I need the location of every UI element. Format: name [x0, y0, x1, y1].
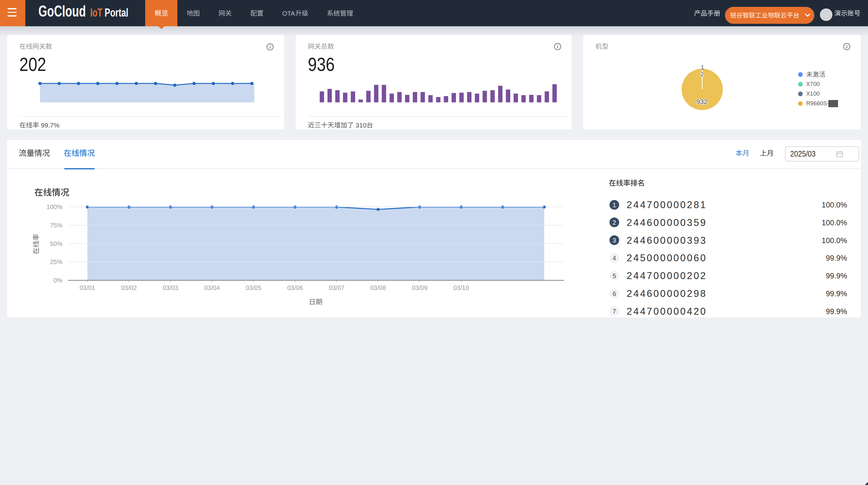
svg-text:99.9%: 99.9%	[826, 254, 847, 262]
svg-text:4: 4	[612, 254, 616, 261]
svg-text:99.9%: 99.9%	[826, 272, 847, 280]
svg-text:1: 1	[612, 201, 616, 208]
svg-text:03/08: 03/08	[370, 284, 386, 291]
svg-text:5: 5	[612, 272, 616, 279]
svg-text:100.0%: 100.0%	[822, 218, 847, 227]
svg-text:244700000420: 244700000420	[627, 306, 707, 317]
svg-text:03/05: 03/05	[246, 284, 261, 291]
svg-text:X100: X100	[806, 90, 819, 97]
svg-text:99.9%: 99.9%	[826, 307, 847, 315]
svg-text:03/01: 03/01	[80, 284, 95, 291]
svg-text:03/03: 03/03	[163, 284, 178, 291]
svg-text:2025/03: 2025/03	[790, 149, 815, 158]
svg-text:245000000060: 245000000060	[627, 253, 707, 263]
svg-text:0%: 0%	[53, 277, 62, 284]
svg-text:6: 6	[612, 290, 616, 297]
svg-text:7: 7	[612, 308, 616, 315]
svg-text:03/10: 03/10	[453, 284, 469, 291]
svg-text:03/04: 03/04	[204, 284, 220, 291]
svg-text:25%: 25%	[50, 258, 62, 265]
svg-text:2: 2	[612, 219, 616, 226]
svg-text:R9660S-: R9660S-	[806, 100, 829, 107]
svg-text:244700000202: 244700000202	[627, 270, 707, 281]
svg-text:03/09: 03/09	[412, 284, 428, 291]
svg-text:100%: 100%	[46, 203, 62, 210]
svg-text:244600000393: 244600000393	[627, 235, 707, 246]
svg-text:X700: X700	[806, 81, 819, 87]
svg-text:03/06: 03/06	[287, 284, 303, 291]
svg-text:03/07: 03/07	[329, 284, 344, 291]
svg-text:99.9%: 99.9%	[826, 289, 847, 298]
svg-text:50%: 50%	[50, 240, 62, 247]
svg-text:03/02: 03/02	[121, 284, 137, 291]
svg-text:244600000298: 244600000298	[627, 288, 707, 299]
svg-text:1: 1	[701, 64, 704, 70]
svg-text:932: 932	[696, 98, 708, 106]
svg-text:3: 3	[612, 237, 616, 244]
svg-text:2: 2	[701, 71, 704, 78]
svg-text:100.0%: 100.0%	[822, 236, 847, 245]
svg-text:244700000281: 244700000281	[627, 199, 707, 210]
svg-text:75%: 75%	[50, 222, 62, 229]
svg-text:244600000359: 244600000359	[627, 217, 707, 228]
svg-text:100.0%: 100.0%	[822, 201, 847, 209]
